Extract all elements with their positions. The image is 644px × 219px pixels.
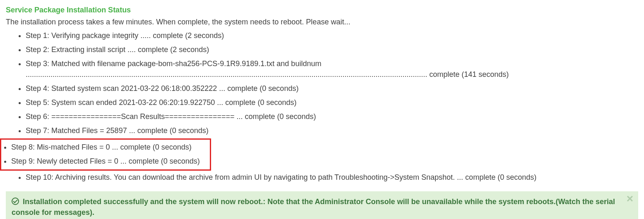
install-steps-list: Step 1: Verifying package integrity ....…: [26, 29, 638, 138]
step-item: Step 1: Verifying package integrity ....…: [26, 29, 638, 43]
intro-text: The installation process takes a few min…: [6, 18, 638, 26]
step-item: Step 3: Matched with filename package-bo…: [26, 57, 638, 81]
step-item: Step 9: Newly detected Files = 0 ... com…: [11, 155, 206, 169]
step-item: Step 6: ================Scan Results====…: [26, 110, 638, 124]
step-item: Step 10: Archiving results. You can down…: [26, 171, 638, 185]
check-circle-icon: [12, 198, 19, 205]
success-alert: × Installation completed successfully an…: [6, 191, 638, 219]
highlighted-steps-list: Step 8: Mis-matched Files = 0 ... comple…: [11, 140, 206, 169]
close-icon[interactable]: ×: [627, 193, 633, 205]
step-item: Step 4: Started system scan 2021-03-22 0…: [26, 82, 638, 96]
step-item: Step 5: System scan ended 2021-03-22 06:…: [26, 96, 638, 110]
step-item: Step 7: Matched Files = 25897 ... comple…: [26, 124, 638, 138]
step-item: Step 2: Extracting install script .... c…: [26, 43, 638, 57]
alert-text-strong: Installation completed successfully and …: [23, 198, 265, 206]
highlighted-steps-box: Step 8: Mis-matched Files = 0 ... comple…: [0, 138, 211, 171]
step-item: Step 8: Mis-matched Files = 0 ... comple…: [11, 140, 206, 155]
page-title: Service Package Installation Status: [6, 6, 638, 14]
install-steps-list-continued: Step 10: Archiving results. You can down…: [26, 171, 638, 185]
